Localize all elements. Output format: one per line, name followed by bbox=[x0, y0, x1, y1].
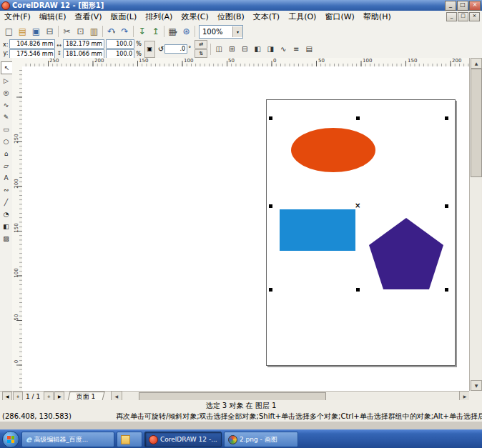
object-width-value: 182.179 mm bbox=[66, 41, 102, 47]
maximize-button[interactable]: □ bbox=[457, 1, 468, 11]
selection-handle[interactable] bbox=[269, 204, 272, 208]
redo-button[interactable]: ↷ bbox=[118, 25, 132, 39]
zoom-level-combo[interactable]: 100% ▾ bbox=[199, 25, 243, 39]
start-button[interactable] bbox=[2, 431, 19, 448]
percent-label: % bbox=[136, 41, 142, 47]
zoom-tool[interactable]: ◎ bbox=[1, 87, 11, 99]
outline-width-button[interactable]: ≡ bbox=[290, 43, 303, 56]
v-ruler[interactable]: 250200150100500 bbox=[12, 66, 23, 391]
to-back-button[interactable]: ◨ bbox=[264, 43, 277, 56]
mirror-vertical-button[interactable]: ⇅ bbox=[195, 49, 207, 58]
vertical-scrollbar[interactable]: ▲ ▼ bbox=[469, 58, 481, 391]
minimize-button[interactable]: _ bbox=[445, 1, 456, 11]
eyedropper-tool[interactable]: ╱ bbox=[1, 196, 11, 208]
vertical-scroll-thumb[interactable] bbox=[471, 69, 482, 177]
interactive-blend-tool[interactable]: ∾ bbox=[1, 184, 11, 196]
taskbar-item-coreldraw[interactable]: CorelDRAW 12 -... bbox=[144, 432, 222, 447]
v-ruler-label: 0 bbox=[14, 357, 19, 367]
selection-handle[interactable] bbox=[356, 116, 360, 120]
mdi-close-button[interactable]: × bbox=[469, 12, 480, 21]
polygon-tool[interactable]: ⌂ bbox=[1, 148, 11, 159]
object-width-field[interactable]: 182.179 mm bbox=[63, 39, 104, 49]
eyedropper-tool-icon: ╱ bbox=[4, 199, 8, 206]
basic-shapes-tool[interactable]: ▱ bbox=[1, 160, 11, 171]
menu-layout[interactable]: 版面(L) bbox=[107, 11, 142, 23]
titlebar: CorelDRAW 12 - [图形1] _ □ × bbox=[0, 0, 482, 11]
menu-text[interactable]: 文本(T) bbox=[249, 11, 284, 23]
to-front-button[interactable]: ◧ bbox=[251, 43, 264, 56]
undo-button[interactable]: ↶▾ bbox=[104, 25, 118, 39]
menubar: 文件(F)编辑(E)查看(V)版面(L)排列(A)效果(C)位图(B)文本(T)… bbox=[0, 11, 482, 24]
ungroup-button[interactable]: ⊟ bbox=[238, 43, 251, 56]
menu-window[interactable]: 窗口(W) bbox=[320, 11, 358, 23]
fill-tool-icon: ◧ bbox=[3, 223, 9, 230]
selection-handle[interactable] bbox=[269, 116, 272, 120]
new-button[interactable]: □ bbox=[2, 25, 16, 39]
group-button[interactable]: ⊞ bbox=[225, 43, 238, 56]
close-button[interactable]: × bbox=[469, 1, 481, 11]
selection-handle[interactable] bbox=[445, 204, 448, 208]
menu-edit[interactable]: 编辑(E) bbox=[35, 11, 71, 23]
h-ruler-label: 150 bbox=[139, 58, 148, 64]
y-position-value: 175.546 mm bbox=[16, 51, 53, 57]
selection-handle[interactable] bbox=[445, 116, 448, 120]
page[interactable] bbox=[266, 99, 456, 366]
print-button[interactable]: ⊟ bbox=[43, 25, 56, 39]
taskbar-item-browser[interactable]: e高级编辑器_百度... bbox=[21, 432, 114, 447]
menu-tools[interactable]: 工具(O) bbox=[284, 11, 320, 23]
ellipse-shape[interactable] bbox=[291, 128, 375, 172]
nonproportional-lock-button[interactable]: ▣ bbox=[144, 41, 155, 58]
horizontal-scroll-track[interactable] bbox=[122, 392, 459, 400]
mdi-minimize-button[interactable]: _ bbox=[446, 12, 457, 21]
fill-tool[interactable]: ◧ bbox=[1, 221, 11, 232]
mdi-restore-button[interactable]: □ bbox=[458, 12, 468, 21]
menu-help[interactable]: 帮助(H) bbox=[359, 11, 395, 23]
taskbar-item-label: 高级编辑器_百度... bbox=[34, 435, 88, 444]
selection-center-marker[interactable]: × bbox=[355, 202, 360, 209]
ellipse-tool[interactable]: ○ bbox=[1, 136, 11, 147]
selection-handle[interactable] bbox=[356, 288, 360, 292]
shape-tool[interactable]: ▷ bbox=[1, 75, 11, 86]
canvas[interactable]: × bbox=[22, 66, 469, 391]
convert-to-curves-button[interactable]: ∿ bbox=[277, 43, 290, 56]
menu-effects[interactable]: 效果(C) bbox=[177, 11, 212, 23]
zoom-dropdown-icon[interactable]: ▾ bbox=[232, 26, 242, 37]
selection-handle[interactable] bbox=[269, 288, 272, 292]
taskbar-item-paint[interactable]: 2.png - 画图 bbox=[224, 432, 298, 447]
taskbar-item-explorer[interactable] bbox=[117, 432, 142, 447]
menu-file[interactable]: 文件(F) bbox=[0, 11, 35, 23]
interactive-blend-tool-icon: ∾ bbox=[4, 186, 9, 194]
app-launcher-button[interactable]: ▦▾ bbox=[166, 25, 179, 39]
scale-x-field[interactable]: 100.0 bbox=[106, 39, 134, 49]
outline-tool[interactable]: ◔ bbox=[1, 209, 11, 220]
import-button[interactable]: ↧ bbox=[135, 25, 149, 39]
copy-button[interactable]: ⊡ bbox=[74, 25, 87, 39]
cut-button[interactable]: ✂ bbox=[60, 25, 74, 39]
x-position-field[interactable]: 104.826 mm bbox=[9, 39, 55, 49]
wrap-paragraph-text-button[interactable]: ▤ bbox=[303, 43, 315, 56]
text-tool[interactable]: A bbox=[1, 172, 11, 184]
paste-button[interactable]: ▥ bbox=[87, 25, 101, 39]
combine-button[interactable]: ◫ bbox=[212, 43, 225, 56]
v-ruler-label: 200 bbox=[14, 179, 19, 189]
selection-handle[interactable] bbox=[445, 288, 448, 292]
scroll-down-icon[interactable]: ▼ bbox=[471, 380, 482, 391]
rectangle-shape[interactable] bbox=[280, 209, 355, 251]
toolbox: ↖▷◎∿✎▭○⌂▱A∾╱◔◧▨ bbox=[0, 58, 13, 394]
menu-view[interactable]: 查看(V) bbox=[70, 11, 106, 23]
mirror-horizontal-button[interactable]: ⇄ bbox=[195, 40, 207, 49]
interactive-fill-tool[interactable]: ▨ bbox=[1, 233, 11, 244]
menu-bitmaps[interactable]: 位图(B) bbox=[213, 11, 249, 23]
menu-arrange[interactable]: 排列(A) bbox=[141, 11, 177, 23]
rotation-angle-field[interactable]: .0 bbox=[164, 44, 187, 54]
scroll-up-icon[interactable]: ▲ bbox=[471, 58, 482, 69]
smart-drawing-tool[interactable]: ✎ bbox=[1, 111, 11, 123]
rectangle-tool[interactable]: ▭ bbox=[1, 124, 11, 135]
freehand-tool[interactable]: ∿ bbox=[1, 99, 11, 111]
pentagon-shape[interactable] bbox=[369, 218, 443, 289]
pick-tool[interactable]: ↖ bbox=[1, 61, 13, 74]
corel-online-button[interactable]: ⊛ bbox=[179, 25, 193, 39]
save-button[interactable]: ▣ bbox=[29, 25, 43, 39]
export-button[interactable]: ↥ bbox=[149, 25, 162, 39]
open-button[interactable]: ▤ bbox=[16, 25, 29, 39]
